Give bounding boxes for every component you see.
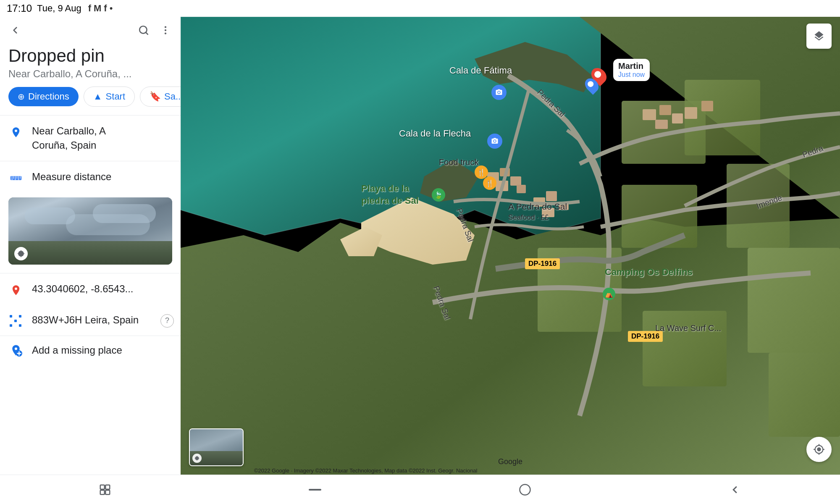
- street-view-thumbnail[interactable]: [8, 197, 172, 265]
- svg-rect-50: [309, 489, 321, 491]
- svg-rect-35: [517, 185, 526, 193]
- svg-point-2: [165, 26, 166, 28]
- layers-button[interactable]: [806, 24, 832, 49]
- coords-icon: [8, 283, 24, 298]
- help-button[interactable]: ?: [160, 314, 174, 328]
- svg-point-4: [165, 32, 166, 34]
- martin-bubble: Martin Just now: [613, 59, 650, 81]
- thumb-icon: [192, 454, 202, 463]
- svg-rect-44: [685, 107, 697, 119]
- directions-icon: ⊕: [18, 92, 25, 102]
- title-section: Dropped pin Near Carballo, A Coruña, ...: [0, 44, 181, 87]
- start-icon: ▲: [93, 91, 102, 102]
- road-badge-dp1916-2: DP-1916: [628, 331, 663, 342]
- blue-pin: [586, 78, 598, 93]
- plus-code-icon: [8, 314, 24, 329]
- save-button[interactable]: 🔖 Sa...: [140, 87, 181, 107]
- camera-marker-1[interactable]: [491, 85, 507, 100]
- svg-rect-46: [100, 485, 105, 489]
- svg-rect-49: [105, 490, 110, 494]
- status-time: 17:10: [7, 3, 32, 14]
- action-buttons: ⊕ Directions ▲ Start 🔖 Sa...: [0, 87, 181, 115]
- status-date: Tue, 9 Aug: [37, 3, 81, 14]
- map-svg: [181, 17, 840, 504]
- map-area[interactable]: Cala Naric... Cala de Fátima Cala de la …: [181, 17, 840, 504]
- add-place-item[interactable]: Add a missing place: [0, 336, 181, 365]
- svg-rect-42: [655, 120, 668, 129]
- ruler-icon: [8, 171, 24, 186]
- bottom-nav-circle[interactable]: [512, 477, 538, 502]
- bottom-nav-back[interactable]: [722, 477, 748, 502]
- search-button[interactable]: [135, 22, 152, 39]
- svg-rect-41: [659, 105, 671, 115]
- svg-rect-48: [100, 490, 105, 494]
- street-view-inner: [8, 197, 172, 265]
- compass-button[interactable]: [806, 437, 832, 462]
- fb-icon-1: f: [88, 3, 91, 14]
- map-copyright: ©2022 Google · Imagery ©2022 Maxar Techn…: [254, 467, 477, 474]
- measure-text: Measure distance: [32, 170, 111, 184]
- page-title: Dropped pin: [8, 45, 172, 66]
- bottom-nav-recents[interactable]: [92, 477, 118, 502]
- food-marker-orange-2[interactable]: 🍴: [483, 176, 496, 190]
- thumb-sky: [190, 429, 243, 453]
- location-icon: [8, 125, 24, 140]
- main-container: Dropped pin Near Carballo, A Coruña, ...…: [0, 17, 840, 504]
- google-watermark: Google: [498, 457, 522, 466]
- svg-point-51: [520, 484, 530, 495]
- bottom-nav: [0, 475, 840, 504]
- svg-point-3: [165, 29, 166, 31]
- save-icon: 🔖: [150, 91, 161, 102]
- svg-rect-37: [546, 191, 557, 201]
- road-badge-dp1916-1: DP-1916: [525, 258, 560, 269]
- map-street-thumbnail[interactable]: [189, 428, 244, 466]
- add-place-icon: [8, 343, 24, 358]
- left-panel: Dropped pin Near Carballo, A Coruña, ...…: [0, 17, 181, 504]
- plus-code-item[interactable]: 883W+J6H Leira, Spain ?: [0, 306, 181, 336]
- food-marker-green[interactable]: 🍃: [432, 188, 445, 202]
- map-thumb-inner: [190, 429, 243, 465]
- coords-item[interactable]: 43.3040602, -8.6543...: [0, 273, 181, 306]
- street-view-icon: [14, 247, 28, 260]
- add-place-text: Add a missing place: [32, 343, 122, 357]
- more-options-button[interactable]: [157, 22, 174, 39]
- subtitle: Near Carballo, A Coruña, ...: [8, 68, 172, 80]
- cloud-3: [93, 204, 156, 223]
- svg-rect-30: [769, 353, 840, 437]
- plus-code-text: 883W+J6H Leira, Spain: [32, 313, 139, 327]
- svg-rect-34: [510, 176, 521, 186]
- fb-icon-2: f: [104, 3, 107, 14]
- svg-rect-39: [542, 208, 554, 217]
- nav-bar: [0, 17, 181, 44]
- ground-layer: [8, 241, 172, 265]
- measure-distance-item[interactable]: Measure distance: [0, 161, 181, 194]
- coords-text: 43.3040602, -8.6543...: [32, 282, 134, 296]
- back-button[interactable]: [7, 22, 24, 39]
- svg-rect-40: [643, 109, 656, 120]
- camping-marker[interactable]: ⛺: [603, 288, 615, 300]
- location-text: Near Carballo, ACoruña, Spain: [32, 124, 106, 152]
- svg-rect-28: [643, 311, 727, 386]
- svg-rect-29: [748, 248, 840, 353]
- camera-marker-2[interactable]: [487, 134, 502, 149]
- start-button[interactable]: ▲ Start: [84, 87, 135, 107]
- bottom-nav-home[interactable]: [302, 477, 328, 502]
- status-bar: 17:10 Tue, 9 Aug f M f •: [0, 0, 840, 17]
- svg-line-1: [146, 32, 148, 34]
- status-icons: f M f •: [88, 3, 113, 14]
- martin-time: Just now: [618, 71, 645, 79]
- martin-name: Martin: [618, 61, 645, 71]
- svg-rect-43: [672, 113, 683, 123]
- directions-button[interactable]: ⊕ Directions: [8, 87, 79, 106]
- save-label: Sa...: [164, 91, 181, 102]
- dot-icon: •: [110, 3, 113, 14]
- gmail-icon: M: [94, 3, 101, 14]
- directions-label: Directions: [28, 91, 69, 102]
- svg-rect-47: [105, 485, 110, 489]
- location-item[interactable]: Near Carballo, ACoruña, Spain: [0, 116, 181, 160]
- start-label: Start: [106, 91, 125, 102]
- svg-rect-45: [701, 101, 713, 111]
